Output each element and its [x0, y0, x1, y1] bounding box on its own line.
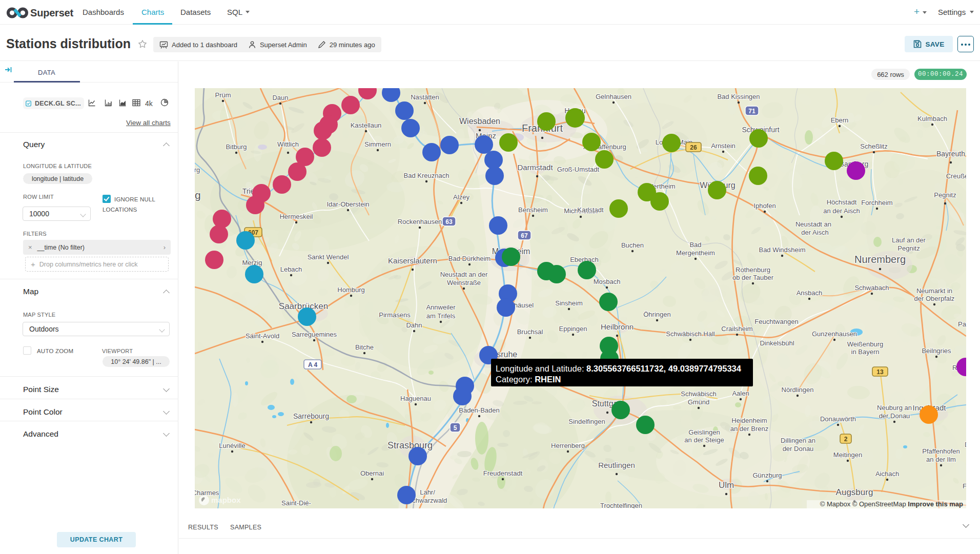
svg-text:67: 67 — [521, 232, 528, 239]
svg-text:Nuremberg: Nuremberg — [854, 254, 906, 265]
svg-text:Aalen: Aalen — [732, 389, 749, 397]
svg-text:Günzburg: Günzburg — [752, 471, 782, 479]
svg-text:Creußen: Creußen — [946, 172, 966, 180]
svg-text:Forchheim: Forchheim — [861, 199, 892, 207]
svg-text:Neuburg an: Neuburg an — [877, 404, 912, 412]
svg-text:Annweiler: Annweiler — [426, 303, 456, 311]
svg-text:Friedberg: Friedberg — [963, 482, 966, 490]
svg-text:Geislingen: Geislingen — [688, 428, 720, 436]
svg-text:der Aisch: der Aisch — [801, 229, 828, 236]
svg-text:Simmern: Simmern — [364, 140, 391, 148]
svg-text:Höchstadt: Höchstadt — [827, 198, 857, 206]
svg-text:Aichach: Aichach — [875, 470, 899, 478]
svg-text:Ulm: Ulm — [719, 480, 734, 490]
svg-text:Kastellaun: Kastellaun — [351, 121, 382, 129]
svg-text:Ansbach: Ansbach — [797, 289, 823, 297]
svg-text:Lunéville: Lunéville — [219, 442, 245, 449]
svg-text:Obernai: Obernai — [360, 469, 384, 477]
svg-text:Idar-Oberstein: Idar-Oberstein — [326, 200, 369, 208]
svg-text:Strasbourg: Strasbourg — [387, 440, 433, 450]
svg-text:2: 2 — [844, 436, 848, 443]
svg-text:Bad Kreuznach: Bad Kreuznach — [404, 172, 450, 179]
svg-text:Nastätten: Nastätten — [411, 93, 439, 101]
svg-text:Feuchtwangen: Feuchtwangen — [754, 318, 798, 325]
svg-text:Luxembourg: Luxembourg — [195, 189, 201, 201]
svg-text:Sankt Wendel: Sankt Wendel — [308, 253, 349, 261]
svg-text:Lebach: Lebach — [280, 265, 302, 273]
svg-text:an der Aisch: an der Aisch — [823, 207, 860, 215]
svg-text:Rothenburg: Rothenburg — [736, 266, 770, 274]
svg-text:häusel: häusel — [514, 301, 534, 309]
svg-text:Neustadt an der: Neustadt an der — [440, 271, 488, 278]
svg-text:ob der Tauber: ob der Tauber — [732, 274, 774, 281]
svg-text:Daun: Daun — [272, 94, 288, 101]
svg-text:Rockenhausen: Rockenhausen — [398, 218, 442, 225]
svg-text:Baden-Baden: Baden-Baden — [459, 406, 500, 414]
svg-text:63: 63 — [445, 218, 453, 225]
svg-text:der Donau: der Donau — [783, 445, 814, 453]
svg-text:Schwäbisch: Schwäbisch — [681, 390, 716, 398]
svg-text:Gelnhausen: Gelnhausen — [596, 93, 631, 100]
svg-text:Bitburg: Bitburg — [226, 143, 247, 151]
svg-text:Reutlingen: Reutlingen — [598, 461, 635, 469]
svg-text:Gmünd: Gmünd — [688, 398, 710, 406]
svg-text:Bad: Bad — [689, 241, 701, 249]
svg-text:Lauf an der: Lauf an der — [892, 236, 926, 244]
svg-text:Bad Kissingen: Bad Kissingen — [717, 93, 760, 100]
svg-text:Prüm: Prüm — [215, 91, 231, 99]
svg-text:Scheßlitz: Scheßlitz — [860, 142, 887, 150]
svg-text:der Donau: der Donau — [879, 412, 910, 420]
svg-text:Darmstadt: Darmstadt — [517, 163, 553, 172]
svg-text:Mosbach: Mosbach — [594, 278, 621, 285]
svg-text:Weißenburg: Weißenburg — [847, 340, 884, 348]
svg-text:Karlstadt: Karlstadt — [577, 206, 604, 214]
svg-text:Mergentheim: Mergentheim — [676, 249, 715, 257]
svg-text:der Oberpfalz: der Oberpfalz — [914, 295, 955, 302]
svg-text:Sarrebourg: Sarrebourg — [293, 412, 329, 420]
svg-text:Heidenheim: Heidenheim — [731, 417, 767, 424]
svg-text:Beilngries: Beilngries — [922, 347, 951, 355]
svg-text:Dasing: Dasing — [965, 441, 966, 448]
svg-text:Bayreuth: Bayreuth — [936, 150, 965, 158]
svg-text:Schwabach: Schwabach — [854, 284, 889, 292]
svg-text:Eppingen: Eppingen — [559, 325, 587, 333]
svg-text:Kaiserslautern: Kaiserslautern — [388, 256, 437, 265]
svg-text:Groß-Umstadt: Groß-Umstadt — [557, 166, 600, 173]
svg-text:Crailsheim: Crailsheim — [721, 325, 752, 333]
svg-text:© Mapbox © OpenStreetMap Impro: © Mapbox © OpenStreetMap Improve this ma… — [820, 500, 963, 508]
svg-text:am Trifels: am Trifels — [426, 312, 456, 320]
svg-text:Augsburg: Augsburg — [836, 487, 873, 497]
svg-text:5: 5 — [454, 424, 457, 432]
svg-text:Nördlingen: Nördlingen — [782, 386, 814, 394]
svg-text:Bitche: Bitche — [355, 343, 374, 351]
svg-text:Sinsheim: Sinsheim — [555, 299, 582, 307]
svg-text:Pegnitz: Pegnitz — [934, 191, 956, 199]
svg-text:Sarreguemines: Sarreguemines — [292, 331, 337, 338]
svg-text:Parsberg: Parsberg — [958, 320, 966, 328]
svg-text:Weinstraße: Weinstraße — [447, 279, 481, 286]
svg-text:Buchen: Buchen — [621, 241, 644, 249]
svg-text:an der Steige: an der Steige — [684, 436, 724, 444]
svg-text:Bad Windsheim: Bad Windsheim — [759, 246, 805, 254]
svg-text:Saint-Dié-: Saint-Dié- — [281, 499, 311, 507]
svg-text:Bensheim: Bensheim — [518, 206, 548, 214]
svg-text:Wittlich: Wittlich — [277, 140, 299, 148]
svg-text:an der Brenz: an der Brenz — [730, 425, 768, 433]
svg-text:Bruchsal: Bruchsal — [517, 328, 543, 336]
svg-text:A 4: A 4 — [308, 361, 318, 368]
svg-text:Homburg: Homburg — [337, 286, 364, 294]
svg-text:Herrenberg: Herrenberg — [551, 442, 585, 449]
svg-text:Pirmasens: Pirmasens — [379, 311, 411, 319]
svg-text:Lahr/: Lahr/ — [420, 488, 435, 496]
svg-text:Neumarkt in: Neumarkt in — [916, 287, 952, 295]
svg-text:an der Ilm: an der Ilm — [926, 456, 956, 463]
svg-text:71: 71 — [748, 108, 756, 115]
svg-text:Öhringen: Öhringen — [643, 311, 670, 318]
svg-text:Dillingen an: Dillingen an — [781, 437, 815, 444]
svg-text:Dinkelsbühl: Dinkelsbühl — [760, 339, 794, 347]
svg-text:13: 13 — [876, 368, 884, 376]
svg-text:Ebern: Ebern — [831, 116, 849, 124]
svg-text:Pegnitz: Pegnitz — [897, 244, 920, 252]
svg-text:Wiesbaden: Wiesbaden — [459, 117, 500, 126]
svg-text:Gunzenhausen: Gunzenhausen — [812, 330, 857, 338]
